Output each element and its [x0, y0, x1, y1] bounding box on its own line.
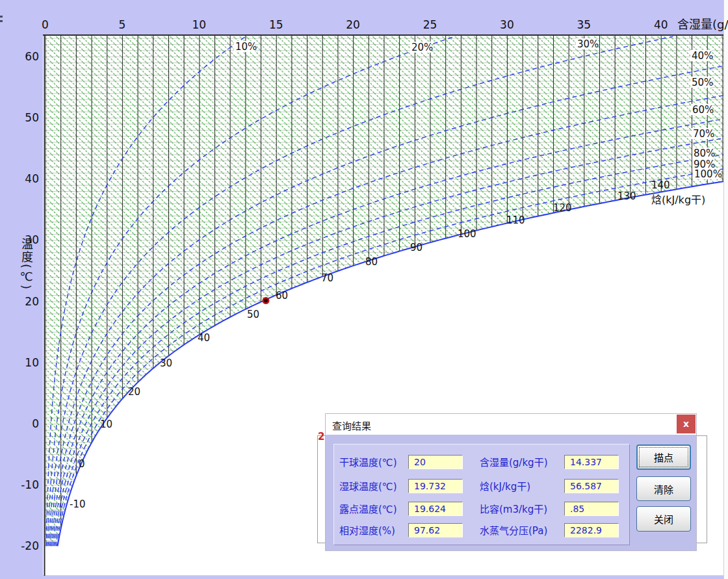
dialog-titlebar[interactable]: 查询结果 — [326, 414, 696, 435]
close-button[interactable]: x — [677, 415, 696, 433]
wet-bulb-temp-label: 湿球温度(℃) — [339, 480, 397, 494]
screen-edge-mark — [0, 16, 3, 18]
vapor-pressure-field[interactable]: 2282.9 — [564, 523, 619, 537]
enthalpy-value-label: -10 — [70, 498, 86, 510]
left-tick-label: 10 — [25, 356, 39, 369]
dialog-title: 查询结果 — [332, 418, 371, 432]
enthalpy-value-label: 30 — [160, 357, 172, 369]
enthalpy-value-label: 100 — [458, 228, 476, 240]
dry-bulb-temp-field[interactable]: 20 — [408, 455, 463, 469]
enthalpy-value-label: 120 — [553, 202, 572, 214]
enthalpy-value-label: 140 — [651, 179, 670, 191]
rh-label: 100% — [694, 168, 722, 180]
top-tick-label: 25 — [423, 18, 437, 31]
dialog-panel: 干球温度(℃) 20 湿球温度(℃) 19.732 露点温度(℃) 19.624… — [333, 444, 630, 545]
app-window: 05101520253035406050403020100-10-20-1001… — [0, 0, 728, 579]
enthalpy-label: 焓(kJ/kg干) — [480, 480, 530, 494]
top-tick-label: 15 — [269, 18, 283, 31]
relative-humidity-field[interactable]: 97.62 — [408, 523, 463, 537]
enthalpy-field[interactable]: 56.587 — [564, 479, 619, 493]
occluded-red-text: 2 — [318, 431, 324, 441]
dew-point-temp-label: 露点温度(℃) — [339, 502, 397, 517]
enthalpy-value-label: 10 — [100, 418, 112, 430]
enthalpy-value-label: 80 — [365, 256, 378, 268]
left-tick-label: 40 — [25, 172, 39, 185]
rh-label: 50% — [692, 77, 713, 88]
top-tick-label: 40 — [654, 18, 668, 31]
temperature-axis-label: 温度(℃) — [18, 238, 34, 290]
left-tick-label: 60 — [25, 50, 39, 63]
wet-bulb-temp-field[interactable]: 19.732 — [408, 479, 463, 493]
left-tick-label: 20 — [25, 295, 39, 308]
left-tick-label: 50 — [25, 111, 39, 124]
enthalpy-value-label: 90 — [410, 242, 422, 253]
moisture-content-label: 含湿量(g/kg干) — [480, 456, 548, 470]
relative-humidity-label: 相对湿度(%) — [339, 524, 395, 538]
left-tick-label: -10 — [21, 478, 39, 491]
specific-volume-label: 比容(m3/kg干) — [480, 502, 547, 517]
top-tick-label: 0 — [42, 18, 49, 31]
left-tick-label: 0 — [32, 417, 39, 430]
enthalpy-value-label: 60 — [276, 290, 288, 302]
close-dialog-button[interactable]: 关闭 — [636, 506, 691, 532]
rh-label: 20% — [411, 42, 433, 53]
dialog-body: 干球温度(℃) 20 湿球温度(℃) 19.732 露点温度(℃) 19.624… — [326, 435, 696, 550]
screen-edge-mark — [0, 20, 3, 22]
moisture-axis-label: 含湿量(g/kg干) — [677, 15, 728, 32]
rh-label: 70% — [693, 128, 714, 140]
plot-button[interactable]: 描点 — [636, 444, 691, 470]
enthalpy-value-label: 110 — [506, 214, 525, 226]
rh-label: 30% — [577, 38, 599, 50]
rh-label: 60% — [692, 104, 714, 116]
enthalpy-value-label: 40 — [198, 332, 210, 344]
top-tick-label: 20 — [346, 18, 360, 31]
enthalpy-axis-label: 焓(kJ/kg干) — [651, 194, 705, 206]
vapor-pressure-label: 水蒸气分压(Pa) — [480, 524, 547, 538]
enthalpy-value-label: 20 — [128, 386, 140, 398]
query-result-dialog: 查询结果 x 干球温度(℃) 20 湿球温度(℃) 19.732 露点温度(℃)… — [325, 413, 697, 551]
top-tick-label: 30 — [500, 18, 514, 31]
top-tick-label: 5 — [118, 18, 125, 31]
rh-label: 80% — [694, 148, 715, 159]
moisture-content-field[interactable]: 14.337 — [564, 455, 619, 469]
dew-point-temp-field[interactable]: 19.624 — [408, 502, 463, 516]
top-tick-label: 35 — [577, 18, 591, 31]
clear-button[interactable]: 清除 — [636, 476, 691, 501]
close-icon: x — [683, 418, 689, 429]
enthalpy-value-label: 130 — [618, 190, 636, 202]
top-tick-label: 10 — [192, 18, 206, 31]
dry-bulb-temp-label: 干球温度(℃) — [339, 456, 397, 470]
enthalpy-value-label: 70 — [321, 272, 333, 284]
rh-label: 40% — [692, 50, 713, 62]
rh-label: 10% — [235, 41, 257, 53]
enthalpy-value-label: 50 — [247, 309, 259, 320]
right-edge-strip — [723, 0, 728, 579]
specific-volume-field[interactable]: .85 — [564, 502, 619, 516]
enthalpy-value-label: 0 — [79, 458, 85, 470]
left-tick-label: -20 — [21, 539, 39, 552]
